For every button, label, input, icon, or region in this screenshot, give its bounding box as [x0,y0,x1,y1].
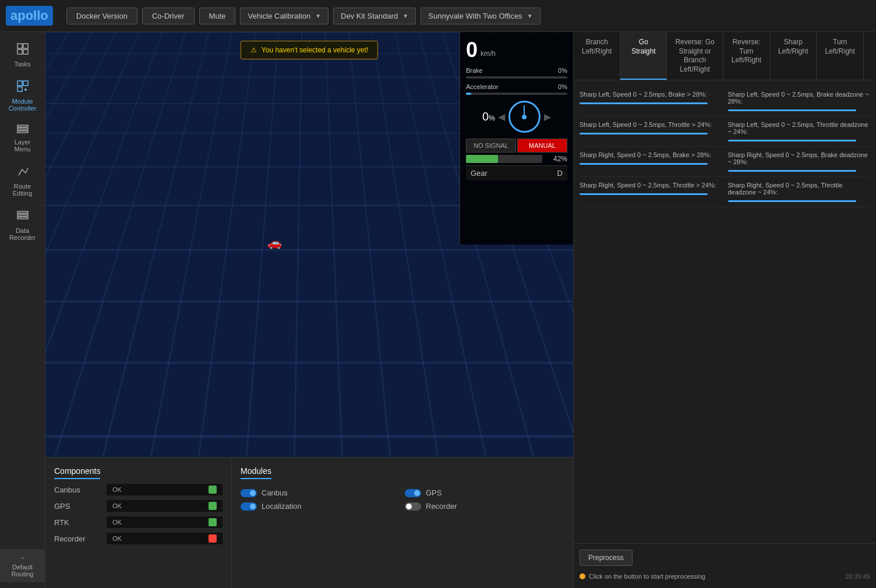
accel-gauge [466,93,567,95]
calib-bar [580,102,708,104]
component-status: OK [107,516,222,528]
component-status: OK [107,500,222,512]
steering-wheel-wrap: ◀ ▶ [498,101,551,133]
co-driver-button[interactable]: Co-Driver [142,8,195,24]
module-label: GPS [426,488,441,497]
hud-panel: 0 km/h Brake 0% Accelerator 0% [460,32,573,245]
toggle-thumb [406,504,412,509]
toggle-thumb [414,490,420,496]
dev-kit-dropdown[interactable]: Dev Kit Standard ▼ [333,8,416,24]
calib-right: Sharp Right, Speed 0 ~ 2.5mps, Throttle … [728,182,871,202]
calib-left: Sharp Left, Speed 0 ~ 2.5mps, Brake > 28… [580,91,728,111]
preprocess-log: Click on the button to start preprocessi… [580,571,870,582]
modules-grid: Canbus GPS Localization Recorder [241,488,564,511]
sidebar-item-data-recorder[interactable]: DataRecorder [0,204,45,246]
steering-left-icon[interactable]: ◀ [498,111,505,122]
calib-right: Sharp Left, Speed 0 ~ 2.5mps, Throttle d… [728,121,871,141]
vehicle-calibration-dropdown[interactable]: Vehicle Calibration ▼ [240,8,328,24]
right-panel: BranchLeft/RightGoStraightReverse: GoStr… [573,32,876,588]
bottom-panels: Components Canbus OK GPS OK RTK OK Recor… [45,457,573,588]
component-name: Recorder [54,534,107,543]
component-status: OK [107,484,222,495]
calib-label-right: Sharp Left, Speed 0 ~ 2.5mps, Brake dead… [728,91,871,105]
module-toggle[interactable] [405,502,421,511]
log-time: 20:35:49 [845,573,870,580]
svg-rect-4 [17,81,22,86]
route-tab[interactable]: Reverse: GoStraight orBranchLeft/Right [667,32,723,80]
components-panel: Components Canbus OK GPS OK RTK OK Recor… [45,458,232,588]
center-area: ⚠ You haven't selected a vehicle yet! 🚗 … [45,32,573,588]
accel-val: 0% [558,83,567,90]
svg-rect-9 [17,125,28,127]
component-row: Canbus OK [54,484,222,495]
status-text: OK [112,502,122,509]
sidebar-item-label: Tasks [14,61,30,68]
log-message: Click on the button to start preprocessi… [589,573,845,580]
preprocess-button[interactable]: Preprocess [580,550,633,566]
calib-bar [580,193,708,195]
calib-right: Sharp Right, Speed 0 ~ 2.5mps, Brake dea… [728,151,871,172]
svg-rect-5 [23,81,28,86]
manual-button[interactable]: MANUAL [517,139,567,153]
speed-display: 0 km/h [466,38,567,62]
steering-right-icon[interactable]: ▶ [544,111,551,122]
component-row: RTK OK [54,516,222,528]
speed-unit: km/h [481,49,496,58]
svg-rect-2 [17,49,22,54]
battery-fill [466,155,498,163]
svg-rect-10 [17,128,28,130]
calib-label-left: Sharp Right, Speed 0 ~ 2.5mps, Brake > 2… [580,151,722,158]
steering-pct: 0% [482,110,495,123]
module-label: Canbus [262,488,288,497]
map-area[interactable]: ⚠ You haven't selected a vehicle yet! 🚗 … [45,32,573,457]
route-tab[interactable]: GoStraight [620,32,667,80]
route-tab[interactable]: TurnLeft/Right [817,32,863,80]
route-tab[interactable]: SharpLeft/Right [770,32,817,80]
layer-menu-icon [16,124,29,136]
toggle-thumb [250,504,256,509]
sidebar-item-label: RouteEditing [13,183,33,197]
location-dropdown[interactable]: Sunnyvale With Two Offices ▼ [421,8,540,24]
calib-bar [728,140,856,141]
apollo-logo: apollo [6,6,53,26]
toggle-thumb [250,490,256,496]
module-item: Recorder [405,502,564,511]
components-list: Canbus OK GPS OK RTK OK Recorder OK [54,484,222,544]
calibration-row: Sharp Right, Speed 0 ~ 2.5mps, Brake > 2… [580,147,870,177]
calib-label-right: Sharp Right, Speed 0 ~ 2.5mps, Brake dea… [728,151,871,165]
module-label: Localization [262,502,302,511]
calib-label-left: Sharp Left, Speed 0 ~ 2.5mps, Throttle >… [580,121,722,128]
module-toggle[interactable] [241,502,257,511]
svg-rect-1 [23,44,28,48]
left-sidebar: Tasks ModuleController LayerMenu RouteEd… [0,32,45,588]
svg-rect-14 [17,217,28,219]
svg-rect-13 [17,214,28,216]
sidebar-item-route-editing[interactable]: RouteEditing [0,160,45,201]
chevron-down-icon: ▼ [402,13,408,19]
component-row: Recorder OK [54,533,222,544]
brake-val: 0% [558,67,567,74]
sidebar-item-layer-menu[interactable]: LayerMenu [0,119,45,157]
module-toggle[interactable] [405,489,421,497]
module-toggle[interactable] [241,489,257,497]
sidebar-item-module-controller[interactable]: ModuleController [0,75,45,116]
calib-label-left: Sharp Right, Speed 0 ~ 2.5mps, Throttle … [580,182,722,189]
route-tab[interactable]: Reverse:TurnLeft/Right [723,32,770,80]
calib-label-right: Sharp Left, Speed 0 ~ 2.5mps, Throttle d… [728,121,871,135]
calib-bar [728,170,856,172]
calib-label-right: Sharp Right, Speed 0 ~ 2.5mps, Throttle … [728,182,871,196]
sidebar-item-label: ModuleController [9,98,37,112]
sidebar-item-tasks[interactable]: Tasks [0,38,45,72]
steering-needle [524,105,525,117]
sidebar-item-default-routing[interactable]: → DefaultRouting [0,550,45,582]
docker-version-button[interactable]: Docker Version [66,8,137,24]
calibration-row: Sharp Left, Speed 0 ~ 2.5mps, Throttle >… [580,116,870,147]
route-tab[interactable]: BranchLeft/Right [574,32,620,80]
calib-bar [580,163,708,165]
calib-right: Sharp Left, Speed 0 ~ 2.5mps, Brake dead… [728,91,871,111]
no-signal-button[interactable]: NO SIGNAL [466,139,516,153]
route-editing-icon [16,165,29,180]
calib-left: Sharp Right, Speed 0 ~ 2.5mps, Brake > 2… [580,151,728,172]
signal-row: NO SIGNAL MANUAL [466,139,567,153]
mute-button[interactable]: Mute [199,8,236,24]
